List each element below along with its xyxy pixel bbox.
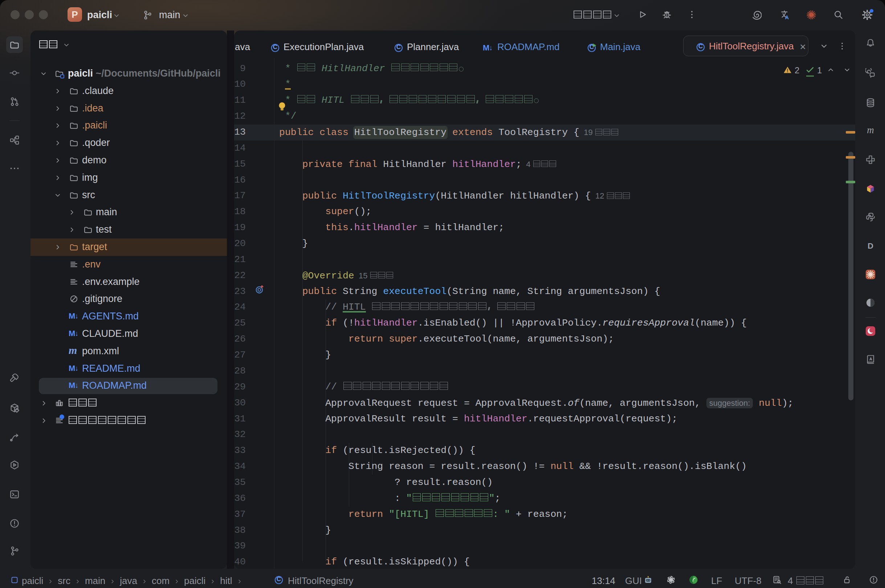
svg-text:A: A — [869, 357, 872, 361]
svg-text:D: D — [868, 242, 873, 250]
svg-text:A: A — [785, 14, 789, 20]
svg-text:m: m — [867, 126, 874, 135]
